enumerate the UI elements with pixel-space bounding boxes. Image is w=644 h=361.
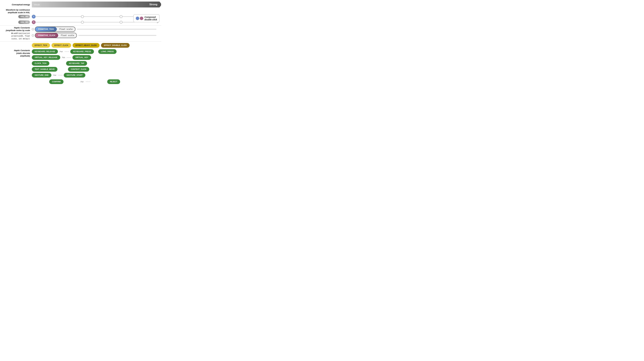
composed-label: Composed double click xyxy=(144,16,157,21)
hal-h1-mid xyxy=(81,21,84,24)
keyboard-tap-pill[interactable]: KEYBOARD_TAP xyxy=(66,61,87,66)
effect-tick-pill[interactable]: EFFECT_TICK xyxy=(32,43,50,48)
pair-line-1 xyxy=(65,52,69,52)
clock-row: CLOCK_TICK KEYBOARD_TAP xyxy=(32,61,161,66)
keyboard-press-pill[interactable]: KEYBOARD_PRESS xyxy=(70,49,94,54)
context-click-pill[interactable]: CONTEXT_CLICK xyxy=(68,67,89,72)
hal-h1-end xyxy=(120,21,122,24)
effect-heavy-click-pill[interactable]: EFFECT_HEAVY_CLICK xyxy=(72,43,100,48)
primitive-click-scale: float scale xyxy=(58,33,76,38)
hal-h0-end xyxy=(120,15,122,18)
haptic-discrete-content: EFFECT_TICK EFFECT_CLICK EFFECT_HEAVY_CL… xyxy=(32,43,161,84)
haptic-primitives: PRIMITIVE_TICK float scale PRIMITIVE_CLI… xyxy=(32,27,161,38)
primitive-tick-row: PRIMITIVE_TICK float scale xyxy=(32,27,156,32)
confirm-reject-row: CONFIRM Pair REJECT xyxy=(32,79,161,84)
haptic-discrete-label: Haptic Constants(static discreteamplitud… xyxy=(2,43,32,84)
virtual-key-release-pill[interactable]: VIRTUAL_KEY_RELEASE xyxy=(32,55,60,60)
text-handle-move-pill[interactable]: TEXT_HANDLE_MOVE xyxy=(32,67,58,72)
confirm-pill[interactable]: CONFIRM xyxy=(49,79,64,84)
energy-bar: Weak Strong xyxy=(32,2,160,8)
composed-dots xyxy=(136,17,143,20)
primitive-tick-scale: float scale xyxy=(57,27,75,32)
primitive-tick-pill: PRIMITIVE_TICK float scale xyxy=(35,27,76,32)
dot-pink xyxy=(140,17,143,20)
primitive-click-row: PRIMITIVE_CLICK float scale xyxy=(32,33,156,38)
dot-blue xyxy=(136,17,139,20)
virtual-key-row: VIRTUAL_KEY_RELEASE Pair VIRTUAL_KEY xyxy=(32,55,161,60)
hal-h1-label-area: HAL_H1 xyxy=(2,21,32,24)
pair-label-confirm: Pair xyxy=(80,81,84,83)
primitive-click-toggle[interactable] xyxy=(32,34,34,37)
hal-h1-start: S xyxy=(32,20,36,24)
energy-label: Conceptual energy xyxy=(2,4,32,6)
composed-badge: Composed double click xyxy=(133,14,160,22)
text-handle-row: TEXT_HANDLE_MOVE CONTEXT_CLICK xyxy=(32,67,161,72)
hal-h0-start: S xyxy=(32,15,36,19)
waveform-label: Waveform by continuous amplitude scale i… xyxy=(2,9,32,14)
effect-click-pill[interactable]: EFFECT_CLICK xyxy=(52,43,71,48)
haptic-discrete-section: Haptic Constants(static discreteamplitud… xyxy=(0,41,161,84)
hal-h0-mid xyxy=(81,15,84,18)
reject-pill[interactable]: REJECT xyxy=(107,79,120,84)
hal-h0-label-area: HAL_H0 xyxy=(2,15,32,18)
hal-section: HAL_H0 S HAL_H1 S xyxy=(0,14,161,25)
primitive-tick-track xyxy=(77,29,156,30)
effect-row: EFFECT_TICK EFFECT_CLICK EFFECT_HEAVY_CL… xyxy=(32,43,161,48)
primitive-click-track xyxy=(78,35,156,36)
primitive-click-pill: PRIMITIVE_CLICK float scale xyxy=(35,33,77,38)
pair-label-1: Pair xyxy=(60,51,63,53)
strong-label: Strong xyxy=(149,3,157,6)
page: Conceptual energy Weak Strong Waveform b… xyxy=(0,0,161,90)
hal-h0-pill: HAL_H0 xyxy=(18,15,30,18)
weak-label: Weak xyxy=(34,3,40,6)
hal-h1-pill: HAL_H1 xyxy=(18,21,30,24)
primitive-tick-name: PRIMITIVE_TICK xyxy=(35,27,57,32)
clock-tick-pill[interactable]: CLOCK_TICK xyxy=(32,61,49,66)
green-rows: KEYBOARD_RELEASE Pair KEYBOARD_PRESS LON… xyxy=(32,49,161,84)
pair-label-2: Pair xyxy=(62,57,65,58)
virtual-key-pill[interactable]: VIRTUAL_KEY xyxy=(72,55,91,60)
gesture-end-pill[interactable]: GESTURE_END xyxy=(32,73,51,78)
energy-section: Conceptual energy Weak Strong xyxy=(0,2,161,8)
gesture-start-pill[interactable]: GESTURE_START xyxy=(64,73,86,78)
haptic-continuous-section: Haptic Constants (amplitude varies by sc… xyxy=(0,26,161,40)
pair-label-5: Pair xyxy=(53,74,56,76)
effect-double-click-pill[interactable]: EFFECT_DOUBLE_CLICK xyxy=(101,43,130,48)
keyboard-release-pill[interactable]: KEYBOARD_RELEASE xyxy=(32,49,58,54)
primitive-click-name: PRIMITIVE_CLICK xyxy=(35,33,58,38)
long-press-pill[interactable]: LONG_PRESS xyxy=(98,49,116,54)
primitive-tick-toggle[interactable] xyxy=(32,28,34,30)
haptic-continuous-label: Haptic Constants (amplitude varies by sc… xyxy=(2,27,32,40)
waveform-section: Waveform by continuous amplitude scale i… xyxy=(0,9,161,14)
keyboard-row: KEYBOARD_RELEASE Pair KEYBOARD_PRESS LON… xyxy=(32,49,161,54)
haptic-continuous-label-area: Haptic Constants (amplitude varies by sc… xyxy=(2,27,161,40)
gesture-row: GESTURE_END Pair GESTURE_START xyxy=(32,73,161,78)
